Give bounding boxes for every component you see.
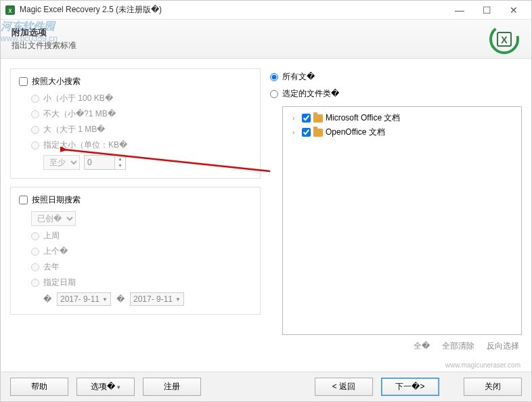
page-title: 附加选项	[12, 26, 488, 39]
size-custom-radio[interactable]	[31, 141, 39, 150]
chevron-right-icon[interactable]: ›	[292, 114, 299, 122]
back-button[interactable]: < 返回	[315, 378, 373, 396]
date-lastmonth-radio[interactable]	[31, 248, 39, 256]
tree-item-msoffice[interactable]: › Microsoft Office 文档	[292, 111, 517, 125]
options-button[interactable]: 选项�	[76, 378, 135, 396]
close-button[interactable]: ✕	[500, 1, 527, 19]
date-type-select[interactable]: 已创�	[31, 211, 76, 226]
footer-url: www.magicuneraser.com	[1, 361, 531, 372]
date-lastweek-radio[interactable]	[31, 232, 39, 240]
spin-up-icon[interactable]: ▲	[115, 156, 125, 162]
next-button[interactable]: 下一�>	[381, 378, 439, 396]
page-subtitle: 指出文件搜索标准	[12, 40, 488, 51]
content-area: 按照大小搜索 小（小于 100 KB� 不大（小�?1 MB� 大（大于 1 M…	[1, 59, 531, 361]
filetype-all-radio[interactable]	[270, 73, 278, 81]
date-search-group: 按照日期搜索 已创� 上周 上个� 去年 指定日期 � 2017- 9-11▼ …	[10, 187, 261, 315]
tree-check-msoffice[interactable]	[302, 114, 311, 122]
folder-icon	[313, 114, 323, 122]
select-all-link[interactable]: 全�	[414, 340, 430, 352]
titlebar: x Magic Excel Recovery 2.5 (未注册版�) — ☐ ✕	[1, 1, 531, 20]
size-search-label: 按照大小搜索	[32, 76, 81, 87]
size-large-radio[interactable]	[31, 126, 39, 134]
close-wizard-button[interactable]: 关闭	[464, 378, 522, 396]
maximize-button[interactable]: ☐	[473, 1, 500, 19]
chevron-right-icon[interactable]: ›	[292, 129, 299, 136]
tree-item-openoffice[interactable]: › OpenOffice 文档	[292, 125, 517, 139]
size-search-group: 按照大小搜索 小（小于 100 KB� 不大（小�?1 MB� 大（大于 1 M…	[10, 68, 261, 179]
app-icon: x	[5, 5, 16, 16]
size-search-checkbox[interactable]	[19, 77, 28, 86]
svg-text:X: X	[501, 35, 508, 45]
size-condition-select[interactable]: 至少	[43, 155, 80, 170]
size-small-radio[interactable]	[31, 95, 39, 103]
excel-logo-icon: X	[488, 23, 520, 55]
date-custom-radio[interactable]	[31, 279, 39, 287]
date-from-input[interactable]: 2017- 9-11▼	[57, 292, 111, 306]
folder-icon	[313, 129, 323, 137]
app-window: x Magic Excel Recovery 2.5 (未注册版�) — ☐ ✕…	[0, 0, 532, 402]
window-title: Magic Excel Recovery 2.5 (未注册版�)	[20, 4, 446, 16]
date-search-label: 按照日期搜索	[32, 194, 81, 206]
button-bar: 帮助 选项� 注册 < 返回 下一�> 关闭	[1, 372, 531, 401]
wizard-header: 河东软件园 www.pc0359.cn 附加选项 指出文件搜索标准 X	[1, 20, 531, 59]
filetype-selected-radio[interactable]	[270, 90, 278, 98]
size-value-input[interactable]	[85, 156, 114, 169]
svg-text:x: x	[9, 7, 12, 14]
size-value-spinner[interactable]: ▲▼	[84, 155, 126, 170]
size-medium-radio[interactable]	[31, 110, 39, 118]
spin-down-icon[interactable]: ▼	[115, 162, 125, 169]
tree-check-openoffice[interactable]	[302, 128, 311, 137]
help-button[interactable]: 帮助	[10, 378, 68, 396]
date-lastyear-radio[interactable]	[31, 263, 39, 271]
minimize-button[interactable]: —	[446, 1, 473, 19]
clear-all-link[interactable]: 全部清除	[442, 340, 474, 352]
register-button[interactable]: 注册	[143, 378, 201, 396]
date-search-checkbox[interactable]	[19, 196, 28, 204]
filetype-tree[interactable]: › Microsoft Office 文档 › OpenOffice 文档	[282, 106, 522, 335]
invert-selection-link[interactable]: 反向选择	[487, 340, 519, 352]
date-to-input[interactable]: 2017- 9-11▼	[130, 292, 184, 306]
